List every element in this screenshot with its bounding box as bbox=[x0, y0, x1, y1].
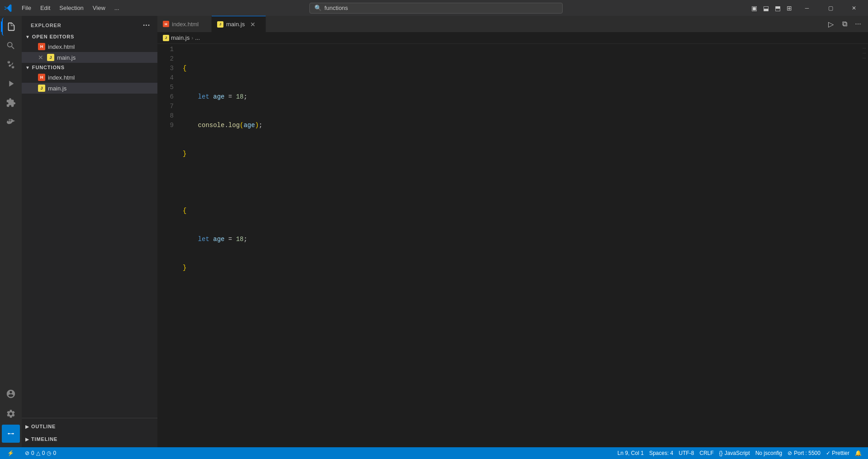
minimap: ··· ··· ··· bbox=[841, 44, 868, 447]
menu-selection[interactable]: Selection bbox=[56, 3, 87, 13]
tab-more-actions-icon[interactable]: ··· bbox=[852, 18, 864, 30]
tab-bar-actions: ▷ ⧉ ··· bbox=[825, 16, 868, 32]
functions-folder-header[interactable]: ▼ FUNCTIONS bbox=[22, 63, 157, 72]
search-bar[interactable]: 🔍 functions bbox=[309, 3, 563, 14]
errors-status[interactable]: ⊘ 0 △ 0 ◷ 0 bbox=[22, 447, 59, 459]
js-file-icon2: J bbox=[38, 85, 45, 92]
activity-settings-icon[interactable] bbox=[2, 405, 20, 423]
activity-bar bbox=[0, 16, 22, 447]
split-editor-icon[interactable]: ⧉ bbox=[838, 18, 851, 30]
open-editor-main-js[interactable]: ✕ J main.js bbox=[22, 52, 157, 63]
code-editor[interactable]: 1 2 3 4 5 6 7 8 9 { let age = 18; consol… bbox=[157, 44, 841, 447]
code-line-6: { bbox=[183, 206, 841, 216]
no-entry-icon: ⊘ bbox=[787, 450, 792, 456]
timeline-section[interactable]: ▶ TIMELINE bbox=[22, 433, 157, 445]
sidebar-bottom: ▶ OUTLINE ▶ TIMELINE bbox=[22, 418, 157, 447]
layout-panel-icon[interactable]: ⬓ bbox=[761, 4, 770, 13]
outline-section[interactable]: ▶ OUTLINE bbox=[22, 420, 157, 433]
menu-more[interactable]: ... bbox=[111, 3, 123, 13]
activity-run-icon[interactable] bbox=[2, 75, 20, 93]
code-line-4: } bbox=[183, 149, 841, 159]
close-button[interactable]: ✕ bbox=[844, 0, 864, 16]
notification-icon[interactable]: 🔔 bbox=[852, 447, 864, 459]
tab-main-js[interactable]: J main.js ✕ bbox=[212, 16, 266, 32]
breadcrumb-path[interactable]: ... bbox=[195, 34, 200, 41]
functions-main-js-name: main.js bbox=[48, 85, 154, 92]
vscode-logo-icon bbox=[4, 4, 13, 13]
line-ending-text: CRLF bbox=[700, 450, 714, 456]
activity-search-icon[interactable] bbox=[2, 37, 20, 55]
run-button[interactable]: ▷ bbox=[825, 18, 837, 30]
open-editor-index-html[interactable]: H index.html bbox=[22, 41, 157, 52]
code-line-5 bbox=[183, 178, 841, 187]
close-editor-icon[interactable]: ✕ bbox=[38, 54, 43, 61]
prettier-status[interactable]: ✓ Prettier bbox=[823, 447, 852, 459]
activity-explorer-icon[interactable] bbox=[2, 18, 20, 36]
editor-area: H index.html J main.js ✕ ▷ ⧉ ··· J main.… bbox=[157, 16, 868, 447]
remote-icon-symbol: ⚡ bbox=[7, 450, 14, 456]
tab-main-js-close-icon[interactable]: ✕ bbox=[249, 20, 256, 29]
remote-icon[interactable]: ⚡ bbox=[4, 447, 18, 459]
breadcrumb-js-icon: J bbox=[163, 35, 169, 41]
breadcrumb: J main.js › ... bbox=[157, 32, 868, 44]
activity-account-icon[interactable] bbox=[2, 385, 20, 403]
main-layout: EXPLORER ··· ▼ OPEN EDITORS H index.html… bbox=[0, 16, 868, 447]
functions-index-html[interactable]: H index.html bbox=[22, 72, 157, 83]
tab-index-html[interactable]: H index.html bbox=[157, 16, 212, 32]
code-content[interactable]: { let age = 18; console.log(age); } { le… bbox=[179, 44, 841, 447]
tab-main-js-label: main.js bbox=[226, 21, 245, 28]
open-editors-header[interactable]: ▼ OPEN EDITORS bbox=[22, 32, 157, 41]
menu-file[interactable]: File bbox=[18, 3, 35, 13]
functions-main-js[interactable]: J main.js bbox=[22, 83, 157, 94]
language-status[interactable]: {} JavaScript bbox=[716, 447, 753, 459]
activity-remote-icon[interactable] bbox=[2, 425, 20, 443]
layout-sidebar-icon[interactable]: ▣ bbox=[749, 4, 759, 13]
encoding-text: UTF-8 bbox=[679, 450, 694, 456]
error-icon: ⊘ bbox=[25, 450, 29, 456]
warning-icon: △ bbox=[36, 450, 40, 456]
code-line-9 bbox=[183, 292, 841, 301]
tab-index-html-label: index.html bbox=[172, 21, 199, 28]
menu-view[interactable]: View bbox=[89, 3, 109, 13]
jsconfig-text: No jsconfig bbox=[755, 450, 782, 456]
bell-icon: 🔔 bbox=[855, 450, 862, 456]
prettier-text: ✓ Prettier bbox=[826, 450, 849, 456]
functions-index-html-name: index.html bbox=[48, 74, 154, 81]
language-curly-icon: {} bbox=[719, 450, 723, 456]
layout-custom-icon[interactable]: ⊞ bbox=[785, 4, 794, 13]
tab-html-icon: H bbox=[163, 21, 169, 27]
minimize-button[interactable]: ─ bbox=[797, 0, 817, 16]
layout-split-icon[interactable]: ⬒ bbox=[773, 4, 782, 13]
timeline-chevron-icon: ▶ bbox=[25, 437, 29, 442]
spaces-text: Spaces: 4 bbox=[649, 450, 673, 456]
sidebar-more-icon[interactable]: ··· bbox=[143, 21, 150, 29]
explorer-label: EXPLORER bbox=[31, 23, 62, 28]
activity-docker-icon[interactable] bbox=[2, 113, 20, 131]
activity-source-control-icon[interactable] bbox=[2, 56, 20, 74]
info-icon: ◷ bbox=[47, 450, 51, 456]
breadcrumb-file[interactable]: main.js bbox=[171, 34, 190, 41]
cursor-position-status[interactable]: Ln 9, Col 1 bbox=[615, 447, 646, 459]
jsconfig-status[interactable]: No jsconfig bbox=[753, 447, 785, 459]
line-ending-status[interactable]: CRLF bbox=[697, 447, 716, 459]
open-editors-chevron-icon: ▼ bbox=[25, 34, 30, 39]
port-status[interactable]: ⊘ Port : 5500 bbox=[785, 447, 823, 459]
restore-button[interactable]: ▢ bbox=[820, 0, 841, 16]
open-editors-label: OPEN EDITORS bbox=[32, 34, 74, 39]
code-line-3: console.log(age); bbox=[183, 121, 841, 130]
editor-wrapper: 1 2 3 4 5 6 7 8 9 { let age = 18; consol… bbox=[157, 44, 868, 447]
sidebar-header: EXPLORER ··· bbox=[22, 16, 157, 32]
code-line-1: { bbox=[183, 64, 841, 73]
outline-chevron-icon: ▶ bbox=[25, 424, 29, 429]
menu-edit[interactable]: Edit bbox=[37, 3, 54, 13]
activity-extensions-icon[interactable] bbox=[2, 94, 20, 112]
search-text: functions bbox=[324, 5, 558, 11]
encoding-status[interactable]: UTF-8 bbox=[676, 447, 697, 459]
sidebar: EXPLORER ··· ▼ OPEN EDITORS H index.html… bbox=[22, 16, 157, 447]
errors-count: 0 bbox=[31, 450, 34, 456]
activity-bottom bbox=[2, 385, 20, 447]
port-text: Port : 5500 bbox=[794, 450, 821, 456]
indentation-status[interactable]: Spaces: 4 bbox=[646, 447, 676, 459]
line-numbers: 1 2 3 4 5 6 7 8 9 bbox=[157, 44, 179, 447]
search-icon: 🔍 bbox=[314, 5, 322, 11]
